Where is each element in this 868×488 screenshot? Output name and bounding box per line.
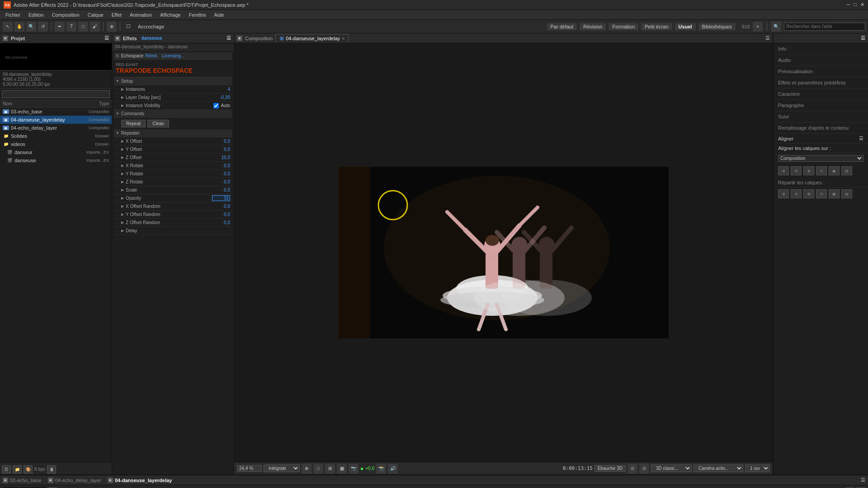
z-offset-val[interactable]: 10,0 (212, 155, 230, 160)
align-left-btn[interactable]: ⊞ (778, 166, 789, 175)
dist-bottom-btn[interactable]: ▤ (841, 189, 852, 198)
tab-close-icon[interactable]: × (342, 36, 344, 41)
3d-btn-1[interactable]: ⊙ (627, 464, 637, 474)
layer-delay-row[interactable]: ▶ Layer Delay [sec] -0,30 (114, 94, 232, 102)
viewer-menu-icon[interactable]: ☰ (765, 35, 770, 41)
tool-shape-rect[interactable]: □ (78, 22, 88, 32)
align-right-btn[interactable]: ⊠ (803, 166, 814, 175)
z-offset-random-row[interactable]: ▶ Z Offset Random 0,0 (114, 219, 232, 227)
menu-fenetre[interactable]: Fenêtre (185, 11, 210, 19)
menu-effet[interactable]: Effet (108, 11, 125, 19)
align-top-btn[interactable]: ⊡ (816, 166, 827, 175)
setup-header[interactable]: ▼ Setup (114, 77, 232, 85)
project-item-6[interactable]: 🎬 danseuse Importe...EX (0, 156, 112, 164)
menu-fichier[interactable]: Fichier (2, 11, 24, 19)
project-item-0[interactable]: ▣ 03-echo_base Compositio (0, 108, 112, 116)
licensing-btn[interactable]: Licensing... (160, 53, 187, 58)
tool-puppet[interactable]: ⊕ (107, 22, 117, 32)
project-color-btn[interactable]: 🎨 (24, 465, 33, 474)
z-offset-random-val[interactable]: 0,0 (212, 220, 230, 225)
align-menu-icon[interactable]: ☰ (859, 136, 863, 141)
x-offset-random-val[interactable]: 0,0 (212, 204, 230, 209)
viewer-btn-1[interactable]: ⊕ (302, 464, 311, 474)
y-offset-random-val[interactable]: 0,0 (212, 212, 230, 217)
x-rotate-val[interactable]: 0,0 (212, 163, 230, 168)
y-rotate-row[interactable]: ▶ Y Rotate 0,0 (114, 170, 232, 178)
repeater-header[interactable]: ▼ Repeater (114, 129, 232, 137)
align-bottom-btn[interactable]: ▤ (841, 166, 852, 175)
workspace-pardefaut[interactable]: Par défaut (547, 23, 577, 30)
y-rotate-val[interactable]: 0,0 (212, 171, 230, 176)
project-menu-icon[interactable]: ☰ (104, 35, 109, 41)
project-new-item-btn[interactable]: 🗒 (2, 465, 11, 474)
viewer-btn-3[interactable]: ⊞ (325, 464, 335, 474)
instances-row[interactable]: ▶ Instances 4 (114, 85, 232, 94)
minimize-btn[interactable]: ─ (847, 2, 850, 8)
tool-zoom[interactable]: 🔍 (26, 22, 36, 32)
z-offset-row[interactable]: ▶ Z Offset 10,0 (114, 154, 232, 162)
search-icon[interactable]: 🔍 (771, 22, 781, 32)
project-item-2[interactable]: ▣ 04-echo_delay_layer Compositio (0, 124, 112, 132)
z-rotate-row[interactable]: ▶ Z Rotate 0,0 (114, 178, 232, 186)
character-section[interactable]: Caractère (774, 89, 868, 100)
project-item-4[interactable]: 📁 videos Dossier (0, 140, 112, 148)
quality-select[interactable]: Intégrale (264, 465, 300, 472)
remplissage-section[interactable]: Remplissage d'après le contenu (774, 122, 868, 134)
renderer-select[interactable]: 3D classi... (651, 465, 692, 472)
align-target-select[interactable]: Composition (778, 155, 863, 162)
ebauche-3d-btn[interactable]: Ebauche 3D (594, 465, 626, 472)
dist-right-btn[interactable]: ⊠ (803, 189, 814, 198)
project-folder-btn[interactable]: 📁 (13, 465, 22, 474)
audio-section[interactable]: Audio (774, 55, 868, 66)
project-item-5[interactable]: 🎬 danseur Importe...EX (0, 148, 112, 156)
menu-edition[interactable]: Edition (25, 11, 47, 19)
viewer-btn-4[interactable]: ▦ (337, 464, 347, 474)
tool-text[interactable]: T (66, 22, 76, 32)
workspace-usuel[interactable]: Usuel (675, 23, 696, 30)
workspace-bibliotheques[interactable]: Bibliothèques (698, 23, 736, 30)
z-rotate-val[interactable]: 0,0 (212, 179, 230, 184)
tool-brush[interactable]: 🖌 (90, 22, 100, 32)
viewer-audio-btn[interactable]: 🔊 (388, 464, 398, 474)
repeat-btn[interactable]: Repeat (121, 120, 146, 127)
x-rotate-row[interactable]: ▶ X Rotate 0,0 (114, 162, 232, 170)
project-search-input[interactable] (2, 90, 110, 98)
menu-composition[interactable]: Composition (48, 11, 83, 19)
iv-checkbox[interactable] (213, 103, 219, 108)
dist-top-btn[interactable]: ⊡ (816, 189, 827, 198)
search-input[interactable] (784, 23, 865, 31)
opacity-val[interactable]: 31 (212, 195, 230, 201)
project-item-3[interactable]: 📁 Solides Dossier (0, 132, 112, 140)
opacity-row[interactable]: ▶ Opacity 31 (114, 194, 232, 202)
tl-menu-icon[interactable]: ☰ (861, 477, 865, 483)
maximize-btn[interactable]: □ (854, 2, 857, 8)
y-offset-val[interactable]: 0,0 (212, 147, 230, 152)
tool-rotate[interactable]: ↺ (38, 22, 48, 32)
delay-row[interactable]: ▶ Delay (114, 227, 232, 235)
tool-pen[interactable]: ✒ (55, 22, 65, 32)
scale-val[interactable]: 0,0 (212, 188, 230, 192)
align-center-v-btn[interactable]: ▣ (829, 166, 840, 175)
close-btn[interactable]: ✕ (860, 2, 864, 8)
commands-header[interactable]: ▼ Commands (114, 110, 232, 118)
y-offset-row[interactable]: ▶ Y Offset 0,0 (114, 145, 232, 154)
instance-visibility-row[interactable]: ▶ Instance Visibility Auto (114, 102, 232, 110)
workspace-petitecran[interactable]: Petit écran (641, 23, 672, 30)
menu-animation[interactable]: Animation (126, 11, 156, 19)
camera-select[interactable]: Caméra activ... (693, 465, 743, 472)
viewer-btn-2[interactable]: □ (313, 464, 323, 474)
workspace-revision[interactable]: Révision (580, 23, 606, 30)
scale-row[interactable]: ▶ Scale 0,0 (114, 186, 232, 194)
layer-delay-value[interactable]: -0,30 (212, 95, 230, 100)
effects-preset-section[interactable]: Effets et paramètres prédéfinis (774, 77, 868, 89)
tool-hand[interactable]: ✋ (14, 22, 24, 32)
y-offset-random-row[interactable]: ▶ Y Offset Random 0,0 (114, 211, 232, 219)
menu-aide[interactable]: Aide (211, 11, 228, 19)
info-menu-icon[interactable]: ☰ (861, 35, 865, 41)
paragraph-section[interactable]: Paragraphe (774, 100, 868, 111)
view-select[interactable]: 1 vue (745, 465, 770, 472)
viewer-btn-5[interactable]: 📷 (349, 464, 359, 474)
viewer-tab[interactable]: ▣ 04-danseuse_layerdelay × (275, 34, 349, 42)
project-delete-btn[interactable]: 🗑 (47, 465, 56, 474)
project-item-1[interactable]: ▣ 04-danseuse_layerdelay Compositio (0, 116, 112, 124)
